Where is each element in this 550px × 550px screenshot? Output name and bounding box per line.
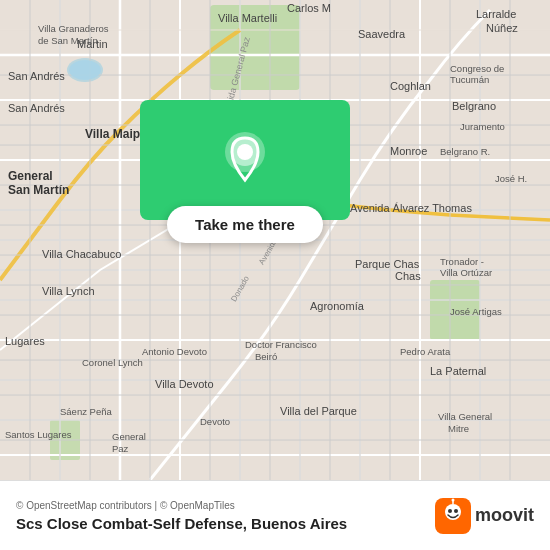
svg-text:Parque Chas: Parque Chas — [355, 258, 420, 270]
map-container: Carlos M Martin Villa Granaderos de San … — [0, 0, 550, 480]
svg-text:Belgrano R.: Belgrano R. — [440, 146, 490, 157]
map-attribution: © OpenStreetMap contributors | © OpenMap… — [16, 500, 347, 511]
moovit-brand-icon — [435, 498, 471, 534]
svg-text:Coghlan: Coghlan — [390, 80, 431, 92]
moovit-text: moovit — [475, 505, 534, 526]
svg-point-97 — [237, 144, 253, 160]
svg-text:Chas: Chas — [395, 270, 421, 282]
svg-text:Monroe: Monroe — [390, 145, 427, 157]
svg-text:Larralde: Larralde — [476, 8, 516, 20]
svg-point-103 — [451, 498, 454, 501]
svg-text:Saavedra: Saavedra — [358, 28, 406, 40]
svg-text:Núñez: Núñez — [486, 22, 518, 34]
svg-text:Mitre: Mitre — [448, 423, 469, 434]
svg-text:José H.: José H. — [495, 173, 527, 184]
bottom-info: © OpenStreetMap contributors | © OpenMap… — [16, 500, 347, 532]
svg-text:de San Martín: de San Martín — [38, 35, 98, 46]
svg-text:Tucumán: Tucumán — [450, 74, 489, 85]
svg-text:Villa Maipú: Villa Maipú — [85, 127, 147, 141]
svg-point-100 — [448, 509, 452, 513]
svg-text:Villa Lynch: Villa Lynch — [42, 285, 95, 297]
svg-text:Agronomía: Agronomía — [310, 300, 365, 312]
svg-text:Pedro Arata: Pedro Arata — [400, 346, 451, 357]
svg-text:Carlos M: Carlos M — [287, 2, 331, 14]
svg-text:San Martín: San Martín — [8, 183, 69, 197]
svg-text:Sáenz Peña: Sáenz Peña — [60, 406, 112, 417]
svg-text:Tronador -: Tronador - — [440, 256, 484, 267]
map-popup: Take me there — [140, 100, 350, 257]
svg-text:Villa Chacabuco: Villa Chacabuco — [42, 248, 121, 260]
svg-text:San Andrés: San Andrés — [8, 70, 65, 82]
svg-text:General: General — [8, 169, 53, 183]
svg-text:Devoto: Devoto — [200, 416, 230, 427]
svg-text:Villa del Parque: Villa del Parque — [280, 405, 357, 417]
svg-text:Paz: Paz — [112, 443, 129, 454]
svg-text:Villa Devoto: Villa Devoto — [155, 378, 214, 390]
svg-text:Villa Martelli: Villa Martelli — [218, 12, 277, 24]
moovit-logo[interactable]: moovit — [435, 498, 534, 534]
svg-text:Villa Granaderos: Villa Granaderos — [38, 23, 109, 34]
take-me-there-button[interactable]: Take me there — [167, 206, 323, 243]
svg-text:Antonio Devoto: Antonio Devoto — [142, 346, 207, 357]
svg-text:Villa Ortúzar: Villa Ortúzar — [440, 267, 492, 278]
svg-text:Juramento: Juramento — [460, 121, 505, 132]
svg-text:Belgrano: Belgrano — [452, 100, 496, 112]
svg-text:Doctor Francisco: Doctor Francisco — [245, 339, 317, 350]
svg-text:Santos Lugares: Santos Lugares — [5, 429, 72, 440]
svg-text:Avenida Álvarez Thomas: Avenida Álvarez Thomas — [350, 202, 472, 214]
svg-text:José Artigas: José Artigas — [450, 306, 502, 317]
svg-text:Lugares: Lugares — [5, 335, 45, 347]
svg-text:Beiró: Beiró — [255, 351, 277, 362]
svg-text:Villa General: Villa General — [438, 411, 492, 422]
location-pin-icon — [220, 130, 270, 190]
popup-box — [140, 100, 350, 220]
svg-point-101 — [454, 509, 458, 513]
svg-text:La Paternal: La Paternal — [430, 365, 486, 377]
place-name: Scs Close Combat-Self Defense, Buenos Ai… — [16, 515, 347, 532]
svg-text:San Andrés: San Andrés — [8, 102, 65, 114]
svg-text:Congreso de: Congreso de — [450, 63, 504, 74]
svg-text:General: General — [112, 431, 146, 442]
bottom-bar: © OpenStreetMap contributors | © OpenMap… — [0, 480, 550, 550]
svg-point-45 — [69, 60, 101, 80]
svg-text:Coronel Lynch: Coronel Lynch — [82, 357, 143, 368]
